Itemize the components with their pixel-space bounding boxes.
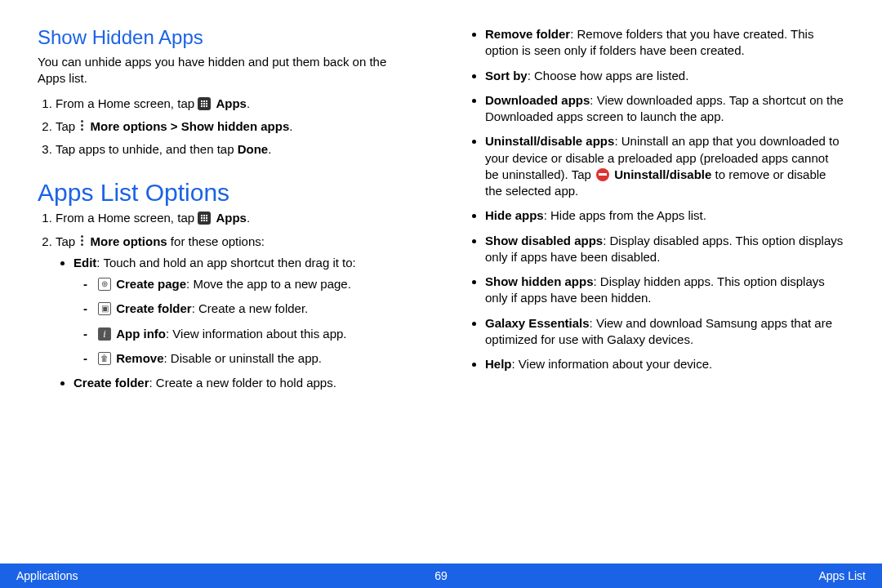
step-tap-done: Tap apps to unhide, and then tap Done. (56, 141, 415, 158)
left-column: Show Hidden Apps You can unhide apps you… (38, 20, 415, 549)
option-help: Help: View information about your device… (485, 356, 844, 372)
more-options-icon (81, 235, 84, 248)
step-from-home: From a Home screen, tap Apps. (56, 96, 415, 112)
edit-suboptions: ⊕ Create page: Move the app to a new pag… (74, 276, 415, 367)
footer-left: Applications (16, 569, 78, 582)
sub-create-page: ⊕ Create page: Move the app to a new pag… (88, 276, 415, 292)
info-icon: i (98, 327, 111, 341)
manual-page: Show Hidden Apps You can unhide apps you… (0, 0, 882, 588)
option-edit: Edit: Touch and hold an app shortcut the… (74, 255, 415, 367)
apps-list-options-steps: From a Home screen, tap Apps. Tap More o… (38, 210, 415, 391)
option-show-hidden: Show hidden apps: Display hidden apps. T… (485, 274, 844, 307)
apps-grid-icon (198, 97, 211, 110)
option-show-disabled: Show disabled apps: Display disabled app… (485, 233, 844, 266)
show-hidden-steps: From a Home screen, tap Apps. Tap More o… (38, 96, 415, 158)
option-hide-apps: Hide apps: Hide apps from the Apps list. (485, 207, 844, 224)
option-sort-by: Sort by: Choose how apps are listed. (485, 68, 844, 84)
options-bullets: Edit: Touch and hold an app shortcut the… (56, 255, 415, 392)
option-remove-folder: Remove folder: Remove folders that you h… (485, 26, 844, 60)
show-hidden-apps-heading: Show Hidden Apps (38, 26, 415, 49)
right-options: Remove folder: Remove folders that you h… (467, 26, 844, 372)
page-number: 69 (434, 569, 448, 582)
page-footer: Applications 69 Apps List (0, 564, 882, 588)
create-folder-icon: ▣ (98, 302, 111, 315)
create-page-icon: ⊕ (98, 278, 111, 291)
uninstall-minus-icon (596, 168, 609, 181)
sub-create-folder: ▣ Create folder: Create a new folder. (88, 301, 415, 317)
apps-list-options-heading: Apps List Options (38, 179, 415, 207)
footer-right: Apps List (818, 569, 866, 582)
option-downloaded-apps: Downloaded apps: View downloaded apps. T… (485, 92, 844, 126)
step-tap-more-options: Tap More options for these options: Edit… (56, 234, 415, 392)
sub-remove: 🗑 Remove: Disable or uninstall the app. (88, 350, 415, 367)
two-column-layout: Show Hidden Apps You can unhide apps you… (38, 20, 844, 549)
option-uninstall-disable: Uninstall/disable apps: Uninstall an app… (485, 133, 844, 199)
show-hidden-apps-intro: You can unhide apps you have hidden and … (38, 54, 415, 87)
trash-icon: 🗑 (98, 352, 111, 365)
apps-grid-icon (198, 212, 211, 225)
step-from-home-2: From a Home screen, tap Apps. (56, 210, 415, 226)
right-column: Remove folder: Remove folders that you h… (467, 20, 844, 549)
more-options-icon (81, 120, 84, 133)
sub-app-info: i App info: View information about this … (88, 326, 415, 342)
option-galaxy-essentials: Galaxy Essentials: View and download Sam… (485, 315, 844, 349)
step-more-options: Tap More options > Show hidden apps. (56, 118, 415, 135)
option-create-folder: Create folder: Create a new folder to ho… (74, 375, 415, 391)
